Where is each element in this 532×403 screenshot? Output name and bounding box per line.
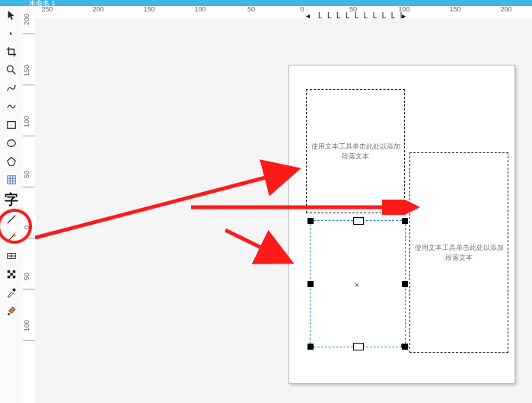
selected-text-frame[interactable]: × ⌙ (310, 220, 406, 347)
svg-line-1 (12, 71, 15, 74)
pick-tool-icon (6, 10, 17, 21)
rectangle-tool[interactable] (0, 116, 23, 134)
svg-line-24 (35, 169, 298, 238)
svg-rect-20 (8, 276, 11, 279)
svg-point-23 (8, 313, 10, 315)
ruler-label: 200 (497, 5, 515, 13)
smart-draw-icon (6, 101, 17, 112)
ellipse-tool[interactable] (0, 134, 23, 152)
resize-handle-mid-left[interactable] (307, 281, 314, 287)
svg-rect-3 (8, 122, 16, 129)
smart-draw-tool[interactable] (0, 98, 23, 116)
shape-node-tool[interactable] (0, 24, 23, 43)
grid-tool-icon (6, 174, 17, 185)
zoom-tool-icon (6, 65, 17, 75)
svg-point-4 (8, 140, 16, 147)
ruler-label: 150 (446, 5, 464, 13)
resize-handle-top-right[interactable] (402, 218, 408, 224)
text-frame-2[interactable]: 使用文本工具单击此处以添加 段落文本 (409, 152, 508, 353)
resize-diagonal-icon[interactable]: ⌙ (400, 339, 409, 351)
brush-tool-icon (6, 232, 17, 243)
ruler-label: 200 (89, 5, 107, 13)
svg-rect-6 (8, 176, 16, 184)
svg-line-12 (8, 235, 14, 241)
transparency-tool[interactable] (0, 265, 23, 283)
freehand-tool[interactable]: + (0, 79, 23, 98)
rectangle-tool-icon (6, 120, 17, 130)
zoom-tool[interactable] (0, 61, 23, 79)
eyedropper-tool[interactable] (0, 283, 23, 302)
ruler-label: 50 (242, 5, 260, 13)
text-flow-out-icon[interactable] (353, 343, 364, 350)
brush-tool[interactable] (0, 229, 23, 247)
svg-rect-22 (12, 288, 16, 292)
text-tool[interactable]: 字 (0, 189, 23, 210)
polygon-tool[interactable] (0, 152, 23, 171)
resize-handle-mid-right[interactable] (402, 281, 408, 287)
ruler-label: 100 (23, 116, 30, 127)
mesh-fill-icon (6, 251, 17, 261)
canvas-area[interactable]: 使用文本工具单击此处以添加 段落文本 使用文本工具单击此处以添加 段落文本 × … (35, 18, 532, 403)
horizontal-ruler[interactable]: 250 200 150 100 50 0 50 100 150 200 ◂ L … (23, 6, 532, 19)
transparency-tool-icon (6, 269, 17, 280)
svg-rect-17 (8, 270, 11, 273)
svg-line-11 (8, 216, 16, 224)
svg-point-0 (7, 66, 13, 72)
interactive-fill-icon (6, 305, 17, 316)
ruler-label: 150 (140, 5, 158, 13)
text-frame-placeholder: 使用文本工具单击此处以添加 段落文本 (311, 142, 400, 161)
mesh-tool[interactable] (0, 247, 23, 265)
interactive-fill-tool[interactable] (0, 302, 23, 320)
crop-tool[interactable] (0, 43, 23, 61)
crop-tool-icon (6, 46, 17, 57)
resize-handle-top-left[interactable] (307, 218, 314, 224)
pick-tool[interactable] (0, 6, 23, 24)
text-flow-in-icon[interactable] (353, 217, 364, 225)
ruler-label: 150 (23, 65, 30, 76)
text-frame-1[interactable]: 使用文本工具单击此处以添加 段落文本 (306, 89, 405, 213)
line-tool-icon (6, 214, 17, 225)
svg-rect-19 (10, 273, 13, 276)
ruler-label: 200 (23, 14, 30, 25)
ellipse-tool-icon (6, 138, 17, 149)
annotation-arrow-1 (35, 117, 309, 239)
svg-text:+: + (14, 83, 16, 88)
polygon-tool-icon (6, 156, 17, 167)
ruler-label: 50 (23, 273, 30, 280)
grid-tool[interactable] (0, 171, 23, 189)
center-mark-icon: × (355, 281, 359, 289)
freehand-tool-icon: + (6, 83, 17, 94)
text-tool-icon: 字 (5, 193, 18, 206)
line-tool[interactable] (0, 210, 23, 229)
svg-rect-21 (13, 276, 16, 279)
ruler-label: 0 (23, 225, 30, 229)
text-frame-placeholder: 使用文本工具单击此处以添加 段落文本 (415, 243, 504, 262)
left-toolbar: + 字 (0, 6, 24, 403)
shape-node-icon (9, 31, 14, 37)
vertical-ruler[interactable]: 200 150 100 50 0 50 100 (23, 18, 36, 403)
ruler-label: 250 (38, 5, 56, 13)
svg-marker-5 (8, 158, 16, 166)
ruler-label: 100 (191, 5, 209, 13)
ruler-label: 50 (23, 171, 30, 178)
resize-handle-bottom-left[interactable] (307, 344, 314, 350)
eyedropper-icon (6, 287, 17, 298)
ruler-label: 100 (23, 320, 30, 331)
svg-line-26 (225, 230, 291, 262)
svg-rect-18 (13, 270, 16, 273)
